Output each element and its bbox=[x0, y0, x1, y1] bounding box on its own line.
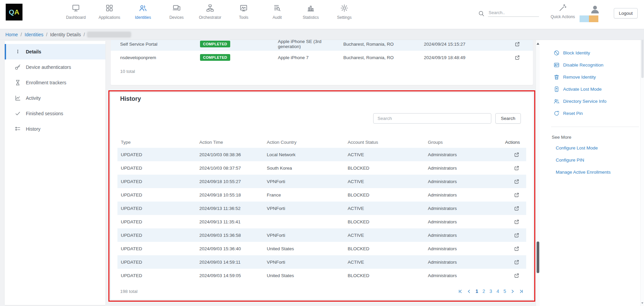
first-page-icon[interactable] bbox=[458, 289, 462, 294]
page-number[interactable]: 3 bbox=[490, 289, 492, 294]
cell-action-time: 2024/09/03 15:36:40 bbox=[199, 246, 267, 251]
page-number[interactable]: 2 bbox=[483, 289, 485, 294]
cell-groups: Administrators bbox=[428, 219, 505, 224]
see-more-link[interactable]: Configure Lost Mode bbox=[551, 142, 639, 154]
open-history-entry-icon[interactable] bbox=[514, 232, 519, 238]
content-scrollbar[interactable] bbox=[536, 40, 540, 306]
key-icon bbox=[14, 64, 21, 71]
breadcrumb-home[interactable]: Home bbox=[5, 32, 18, 37]
history-table-header: Type Action Time Action Country Account … bbox=[117, 136, 526, 148]
logout-button[interactable]: Logout bbox=[614, 8, 638, 18]
open-enrollment-icon[interactable] bbox=[514, 41, 520, 47]
cell-action-time: 2024/09/03 15:36:58 bbox=[199, 233, 267, 238]
page-scroll-down-arrow-icon[interactable] bbox=[641, 302, 643, 304]
global-search-input[interactable] bbox=[488, 9, 539, 17]
breadcrumb-identities[interactable]: Identities bbox=[24, 32, 43, 37]
history-search-input[interactable] bbox=[373, 113, 491, 124]
open-history-entry-icon[interactable] bbox=[514, 206, 519, 211]
history-table: Type Action Time Action Country Account … bbox=[117, 136, 526, 282]
audit-icon bbox=[273, 3, 282, 13]
app-logo[interactable]: QA bbox=[6, 4, 22, 20]
status-badge: COMPLETED bbox=[200, 54, 230, 61]
open-history-entry-icon[interactable] bbox=[514, 152, 519, 158]
sidebar-item-details[interactable]: Details bbox=[5, 44, 105, 59]
sidebar-item-activity[interactable]: Activity bbox=[5, 90, 105, 106]
previous-page-icon[interactable] bbox=[467, 289, 471, 294]
nav-item-identities[interactable]: Identities bbox=[126, 3, 160, 20]
action-label: Remove Identity bbox=[563, 75, 596, 80]
next-page-icon[interactable] bbox=[510, 289, 515, 294]
page-number[interactable]: 4 bbox=[496, 289, 499, 294]
sidebar-item-history[interactable]: History bbox=[5, 121, 105, 137]
action-activate-lost-mode[interactable]: Activate Lost Mode bbox=[551, 83, 639, 95]
nav-item-devices[interactable]: Devices bbox=[160, 3, 193, 20]
nav-item-tools[interactable]: Tools bbox=[227, 3, 260, 20]
orchestrator-icon bbox=[206, 3, 214, 13]
open-history-entry-icon[interactable] bbox=[514, 273, 519, 278]
open-history-entry-icon[interactable] bbox=[514, 246, 519, 252]
sidebar-item-finished-sessions[interactable]: Finished sessions bbox=[5, 106, 105, 121]
history-card: History Search Type Action Time Action C… bbox=[111, 93, 533, 300]
trash-icon bbox=[553, 74, 560, 80]
enrollment-row: Self Service Portal COMPLETED Apple iPho… bbox=[111, 40, 533, 51]
nav-item-orchestrator[interactable]: Orchestrator bbox=[193, 3, 227, 20]
hourglass-icon bbox=[14, 79, 21, 86]
cell-action-time: 2024/09/03 14:59:11 bbox=[199, 260, 267, 265]
breadcrumb: Home / Identities / Identity Details / bbox=[0, 29, 644, 40]
nav-label: Settings bbox=[337, 15, 351, 20]
action-block-identity[interactable]: Block Identity bbox=[551, 47, 639, 59]
history-search-button[interactable]: Search bbox=[495, 113, 521, 124]
list-icon bbox=[14, 126, 21, 132]
history-row: UPDATED 2024/09/18 10:55:27 VPNForti ACT… bbox=[117, 175, 526, 188]
nav-item-applications[interactable]: Applications bbox=[93, 3, 126, 20]
cell-device: Apple iPhone SE (3rd generation) bbox=[278, 40, 343, 49]
identity-actions-panel: Block Identity Disable Recognition Remov… bbox=[551, 47, 639, 178]
open-history-entry-icon[interactable] bbox=[514, 192, 519, 198]
scroll-up-arrow-icon[interactable] bbox=[537, 43, 539, 45]
nav-item-dashboard[interactable]: Dashboard bbox=[59, 3, 93, 20]
open-history-entry-icon[interactable] bbox=[514, 219, 519, 225]
action-directory-service-info[interactable]: Directory Service Info bbox=[551, 95, 639, 107]
sidebar-item-label: Enrollment trackers bbox=[26, 80, 66, 85]
open-history-entry-icon[interactable] bbox=[514, 259, 519, 265]
cell-account-status: BLOCKED bbox=[348, 166, 428, 171]
see-more-link[interactable]: Manage Active Enrollments bbox=[551, 166, 639, 178]
last-page-icon[interactable] bbox=[519, 289, 524, 294]
reset-arrow-icon bbox=[553, 110, 560, 117]
sidebar-item-enrollment-trackers[interactable]: Enrollment trackers bbox=[5, 75, 105, 90]
nav-item-settings[interactable]: Settings bbox=[328, 3, 361, 20]
history-row: UPDATED 2024/09/03 14:59:11 VPNForti ACT… bbox=[117, 255, 526, 269]
column-action-time: Action Time bbox=[199, 140, 267, 145]
page-scrollbar-thumb[interactable] bbox=[641, 38, 644, 78]
action-remove-identity[interactable]: Remove Identity bbox=[551, 71, 639, 83]
page-number[interactable]: 1 bbox=[476, 289, 478, 294]
nav-item-audit[interactable]: Audit bbox=[260, 3, 294, 20]
cell-account-status: ACTIVE bbox=[348, 260, 428, 265]
cell-account-status: ACTIVE bbox=[348, 152, 428, 157]
history-footer: 198 total 12345 bbox=[120, 286, 524, 296]
open-history-entry-icon[interactable] bbox=[514, 179, 519, 184]
cell-type: UPDATED bbox=[121, 246, 199, 251]
sidebar-item-device-authenticators[interactable]: Device authenticators bbox=[5, 59, 105, 75]
see-more-link[interactable]: Configure PIN bbox=[551, 154, 639, 166]
page-scrollbar[interactable] bbox=[640, 29, 644, 306]
action-disable-recognition[interactable]: Disable Recognition bbox=[551, 59, 639, 71]
page-number[interactable]: 5 bbox=[503, 289, 506, 294]
history-row: UPDATED 2024/09/13 11:36:52 VPNForti ACT… bbox=[117, 202, 526, 215]
search-icon[interactable] bbox=[478, 10, 485, 17]
nav-item-statistics[interactable]: Statistics bbox=[294, 3, 328, 20]
check-icon bbox=[14, 110, 21, 117]
enrollments-table: Self Service Portal COMPLETED Apple iPho… bbox=[111, 40, 533, 64]
scrollbar-thumb[interactable] bbox=[537, 242, 539, 273]
quick-actions-button[interactable]: Quick Actions bbox=[549, 3, 576, 19]
nav-label: Audit bbox=[273, 15, 282, 20]
language-flag[interactable] bbox=[580, 15, 598, 22]
action-reset-pin[interactable]: Reset Pin bbox=[551, 107, 639, 119]
nav-label: Orchestrator bbox=[199, 15, 221, 20]
nav-label: Statistics bbox=[303, 15, 319, 20]
cell-groups: Administrators bbox=[428, 246, 505, 251]
user-avatar[interactable] bbox=[590, 4, 600, 15]
open-history-entry-icon[interactable] bbox=[514, 165, 519, 171]
open-enrollment-icon[interactable] bbox=[514, 55, 520, 60]
action-label: Disable Recognition bbox=[563, 62, 603, 68]
